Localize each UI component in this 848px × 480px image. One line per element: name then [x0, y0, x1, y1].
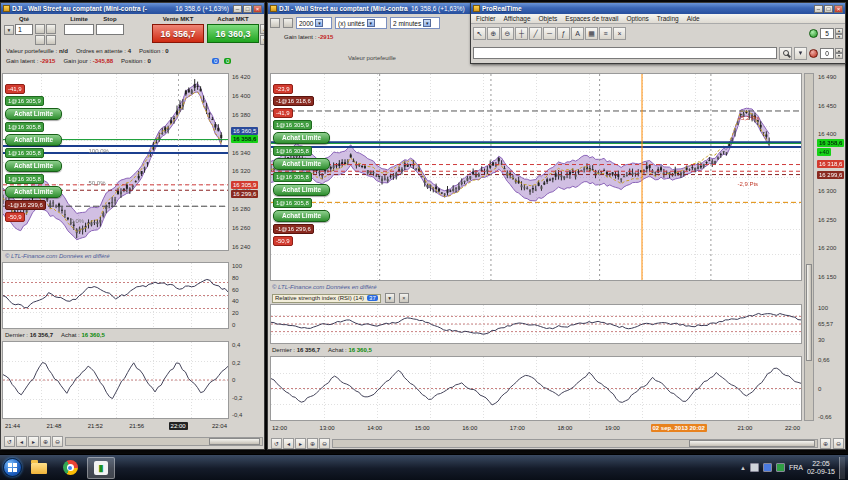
order-tag[interactable]: -1@16 299,6 [5, 200, 46, 210]
horizontal-line-tool-icon[interactable]: ─ [543, 27, 556, 40]
order-tag[interactable]: Achat Limite [273, 132, 330, 144]
rsi-settings-button[interactable]: ▾ [385, 293, 395, 303]
menu-aide[interactable]: Aide [687, 15, 700, 22]
order-tag[interactable]: Achat Limite [5, 160, 62, 172]
order-mini-button-4[interactable] [46, 35, 56, 45]
order-tag[interactable]: 1@16 305,8 [273, 172, 312, 182]
timeframe-select[interactable]: 2 minutes▾ [390, 17, 440, 29]
tray-status-icon[interactable] [776, 463, 785, 472]
indicator-tool-icon[interactable]: ƒ [557, 27, 570, 40]
toolbar-mini-1[interactable] [270, 18, 280, 28]
order-tag[interactable]: Achat Limite [5, 134, 62, 146]
order-mini-button-2[interactable] [46, 24, 56, 34]
tray-network-icon[interactable] [763, 463, 772, 472]
order-mini-button-3[interactable] [35, 35, 45, 45]
zoom-in-button[interactable]: ⊕ [820, 438, 831, 449]
zoom-out-tool-icon[interactable]: ⊖ [501, 27, 514, 40]
order-mini-button-1[interactable] [35, 24, 45, 34]
scroll-left-icon[interactable]: ◂ [16, 436, 27, 447]
units-type-select[interactable]: (x) unités▾ [335, 17, 387, 29]
scroll-left-icon[interactable]: ◂ [283, 438, 294, 449]
zoom-in-icon[interactable]: ⊕ [40, 436, 51, 447]
zoom-in-icon[interactable]: ⊕ [307, 438, 318, 449]
price-chart-canvas[interactable] [271, 74, 801, 280]
rsi-indicator-tag[interactable]: Relative strength index (RSI) (14) 37 [272, 294, 381, 303]
order-tag[interactable]: -50,9 [5, 212, 25, 222]
close-button[interactable]: × [253, 5, 262, 13]
menu-objets[interactable]: Objets [539, 15, 558, 22]
rsi-chart-canvas[interactable] [3, 263, 228, 328]
units-value-select[interactable]: 2000▾ [296, 17, 332, 29]
maximize-button[interactable]: □ [824, 5, 833, 13]
oscillator-chart-canvas[interactable] [271, 357, 801, 420]
order-tag[interactable]: -1@16 299,6 [273, 224, 314, 234]
list-tool-icon[interactable]: ≡ [599, 27, 612, 40]
search-icon[interactable] [779, 47, 792, 60]
scrollbar-thumb[interactable] [689, 440, 815, 447]
erase-tool-icon[interactable]: × [613, 27, 626, 40]
spin-down-button[interactable]: ▾ [835, 34, 843, 40]
left-window-titlebar[interactable]: DJI - Wall Street au comptant (Mini-cont… [1, 3, 264, 14]
oscillator-chart-canvas[interactable] [3, 342, 228, 418]
close-button[interactable]: × [834, 5, 843, 13]
instrument-search-input[interactable] [473, 47, 777, 59]
search-options-button[interactable]: ▾ [794, 47, 807, 60]
minimize-button[interactable]: – [233, 5, 242, 13]
order-tag[interactable]: Achat Limite [273, 184, 330, 196]
refresh-icon[interactable]: ↺ [4, 436, 15, 447]
order-tag[interactable]: -50,9 [273, 236, 293, 246]
spin-b-value[interactable]: 0 [820, 48, 834, 59]
horizontal-scrollbar[interactable] [65, 437, 263, 446]
maximize-button[interactable]: □ [243, 5, 252, 13]
buy-market-button[interactable]: 16 360,3 [207, 24, 259, 43]
show-desktop-button[interactable] [839, 457, 845, 479]
start-button[interactable] [3, 458, 22, 477]
order-tag[interactable]: 1@16 305,8 [5, 148, 44, 158]
order-tag[interactable]: -1@16 318,6 [273, 96, 314, 106]
order-tag[interactable]: Achat Limite [5, 108, 62, 120]
scroll-right-icon[interactable]: ▸ [295, 438, 306, 449]
minimize-button[interactable]: – [814, 5, 823, 13]
hidden-icons-button[interactable]: ▲ [740, 465, 746, 471]
order-tag[interactable]: Achat Limite [273, 210, 330, 222]
sell-market-button[interactable]: 16 356,7 [152, 24, 204, 43]
taskbar-chrome-button[interactable] [56, 457, 84, 479]
vertical-scrollbar[interactable] [804, 73, 814, 421]
scrollbar-thumb[interactable] [806, 264, 812, 361]
order-tag[interactable]: 1@16 305,9 [273, 120, 312, 130]
tray-display-icon[interactable] [750, 463, 759, 472]
order-tag[interactable]: 1@16 305,8 [5, 122, 44, 132]
order-tag[interactable]: 1@16 305,8 [5, 174, 44, 184]
spin-a-value[interactable]: 5 [820, 28, 834, 39]
quantity-input[interactable] [15, 24, 33, 35]
order-tag[interactable]: 1@16 305,8 [273, 146, 312, 156]
order-options-button[interactable]: ▾ [4, 25, 14, 35]
order-tag[interactable]: 1@16 305,8 [273, 198, 312, 208]
order-spin-down[interactable]: ▾ [260, 35, 265, 45]
zoom-out-icon[interactable]: ⊖ [319, 438, 330, 449]
zoom-out-button[interactable]: ⊖ [833, 438, 844, 449]
order-tag[interactable]: 1@16 305,9 [5, 96, 44, 106]
stop-price-input[interactable] [96, 24, 124, 35]
spin-down-button[interactable]: ▾ [835, 53, 843, 59]
language-indicator[interactable]: FRA [789, 464, 803, 471]
taskbar-trading-app-button[interactable]: ▮ [87, 457, 115, 479]
toolbar-mini-2[interactable] [283, 18, 293, 28]
menu-trading[interactable]: Trading [657, 15, 679, 22]
scroll-right-icon[interactable]: ▸ [28, 436, 39, 447]
chart-style-tool-icon[interactable]: ▦ [585, 27, 598, 40]
menu-affichage[interactable]: Affichage [504, 15, 531, 22]
zoom-out-icon[interactable]: ⊖ [52, 436, 63, 447]
order-tag[interactable]: -23,9 [273, 84, 293, 94]
order-tag[interactable]: Achat Limite [273, 158, 330, 170]
limit-price-input[interactable] [64, 24, 94, 35]
menu-fichier[interactable]: Fichier [476, 15, 496, 22]
order-tag[interactable]: -41,9 [5, 84, 25, 94]
clock[interactable]: 22:05 02-09-15 [807, 460, 835, 476]
taskbar-explorer-button[interactable] [25, 457, 53, 479]
order-tag[interactable]: -41,9 [273, 108, 293, 118]
crosshair-tool-icon[interactable]: ┼ [515, 27, 528, 40]
trendline-tool-icon[interactable]: ╱ [529, 27, 542, 40]
refresh-icon[interactable]: ↺ [271, 438, 282, 449]
horizontal-scrollbar[interactable] [332, 439, 818, 448]
